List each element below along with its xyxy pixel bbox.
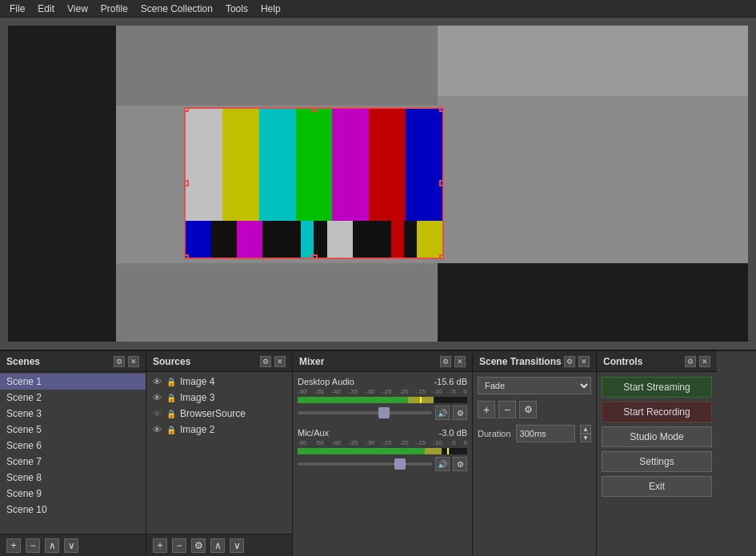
source-settings-button[interactable]: ⚙ — [191, 538, 206, 553]
transitions-panel-icons: ⚙ ✕ — [564, 356, 590, 367]
sources-panel-icons: ⚙ ✕ — [260, 356, 286, 367]
color-bars-source[interactable] — [184, 107, 444, 259]
source-lock-icon: 🔒 — [166, 408, 177, 419]
source-visibility-icon[interactable]: 👁 — [151, 376, 162, 387]
transitions-panel-title: Scene Transitions — [479, 356, 562, 367]
source-item-3[interactable]: 👁🔒BrowserSource — [146, 406, 292, 422]
source-add-button[interactable]: + — [153, 538, 167, 553]
controls-config-icon[interactable]: ⚙ — [685, 356, 696, 367]
duration-row: Duration ▲ ▼ — [478, 425, 591, 442]
mixer-channel-mic: Mic/Aux -3.0 dB -60 -50 -40 -35 -30 -25 … — [298, 428, 467, 471]
menu-help[interactable]: Help — [254, 2, 287, 16]
sources-footer: + − ⚙ ∧ ∨ — [146, 534, 292, 556]
source-label: BrowserSource — [180, 408, 246, 419]
handle-top-left[interactable] — [184, 107, 189, 112]
mixer-mic-fader-handle[interactable] — [394, 458, 406, 470]
scene-item-7[interactable]: Scene 8 — [0, 470, 146, 486]
source-visibility-icon[interactable]: 👁 — [151, 408, 162, 419]
scenes-config-icon[interactable]: ⚙ — [114, 356, 125, 367]
source-up-button[interactable]: ∧ — [210, 538, 225, 553]
mixer-mic-mute-button[interactable]: 🔊 — [435, 457, 450, 471]
mixer-config-icon[interactable]: ⚙ — [440, 356, 451, 367]
start-streaming-button[interactable]: Start Streaming — [602, 377, 712, 398]
duration-label: Duration — [478, 429, 511, 438]
scene-item-5[interactable]: Scene 6 — [0, 438, 146, 454]
mixer-mic-fader[interactable] — [298, 462, 432, 466]
mixer-desktop-vu — [298, 397, 467, 403]
transition-settings-button[interactable]: ⚙ — [519, 401, 537, 418]
handle-top-right[interactable] — [439, 107, 444, 112]
scenes-footer: + − ∧ ∨ — [0, 534, 146, 556]
handle-mid-left[interactable] — [184, 180, 189, 186]
duration-down-button[interactable]: ▼ — [580, 434, 591, 442]
source-visibility-icon[interactable]: 👁 — [151, 424, 162, 435]
menu-profile[interactable]: Profile — [94, 2, 134, 16]
mixer-mic-fader-row: 🔊 ⚙ — [298, 457, 467, 471]
handle-top-mid[interactable] — [311, 107, 318, 112]
source-item-2[interactable]: 👁🔒Image 3 — [146, 390, 292, 406]
mixer-mic-settings-button[interactable]: ⚙ — [453, 457, 467, 471]
source-down-button[interactable]: ∨ — [230, 538, 244, 553]
controls-close-icon[interactable]: ✕ — [699, 356, 710, 367]
mixer-desktop-vu-scale — [298, 397, 467, 403]
mixer-desktop-settings-button[interactable]: ⚙ — [453, 406, 467, 420]
scene-item-1[interactable]: Scene 1 — [0, 374, 146, 390]
transition-remove-button[interactable]: − — [498, 401, 516, 418]
menu-view[interactable]: View — [61, 2, 94, 16]
scene-item-2[interactable]: Scene 2 — [0, 390, 146, 406]
mixer-desktop-ticks: -60 -50 -40 -35 -30 -25 -20 -15 -10 -5 0 — [298, 388, 467, 395]
duration-up-button[interactable]: ▲ — [580, 425, 591, 434]
transition-add-button[interactable]: + — [478, 401, 495, 418]
source-item-1[interactable]: 👁🔒Image 4 — [146, 374, 292, 390]
mixer-desktop-vu-indicator — [420, 397, 422, 403]
mixer-close-icon[interactable]: ✕ — [454, 356, 466, 367]
scenes-close-icon[interactable]: ✕ — [128, 356, 139, 367]
scene-add-button[interactable]: + — [6, 538, 21, 553]
studio-mode-button[interactable]: Studio Mode — [602, 426, 712, 447]
scenes-panel-title: Scenes — [6, 356, 40, 367]
sources-panel: Sources ⚙ ✕ 👁🔒Image 4👁🔒Image 3👁🔒BrowserS… — [146, 351, 293, 556]
source-item-4[interactable]: 👁🔒Image 2 — [146, 422, 292, 438]
transition-type-select[interactable]: Fade Cut Swipe Slide — [478, 377, 591, 394]
scene-item-8[interactable]: Scene 9 — [0, 486, 146, 502]
mixer-desktop-fader[interactable] — [298, 411, 432, 414]
source-visibility-icon[interactable]: 👁 — [151, 392, 162, 403]
source-label: Image 3 — [180, 392, 214, 403]
scene-item-9[interactable]: Scene 10 — [0, 502, 146, 518]
scene-down-button[interactable]: ∨ — [64, 538, 78, 553]
bottom-panels: Scenes ⚙ ✕ Scene 1Scene 2Scene 3Scene 5S… — [0, 350, 756, 556]
preview-area — [0, 18, 756, 350]
transitions-config-icon[interactable]: ⚙ — [564, 356, 575, 367]
scene-item-3[interactable]: Scene 3 — [0, 406, 146, 422]
scene-up-button[interactable]: ∧ — [45, 538, 59, 553]
settings-button[interactable]: Settings — [602, 451, 712, 472]
scene-item-6[interactable]: Scene 7 — [0, 454, 146, 470]
scenes-panel-header: Scenes ⚙ ✕ — [0, 351, 146, 372]
handle-mid-right[interactable] — [439, 180, 444, 186]
mixer-desktop-fader-row: 🔊 ⚙ — [298, 406, 467, 420]
start-recording-button[interactable]: Start Recording — [602, 402, 712, 422]
menu-edit[interactable]: Edit — [31, 2, 61, 16]
scene-remove-button[interactable]: − — [26, 538, 40, 553]
source-label: Image 2 — [180, 424, 214, 435]
mixer-mic-vu — [298, 448, 467, 454]
transitions-close-icon[interactable]: ✕ — [578, 356, 590, 367]
menu-tools[interactable]: Tools — [219, 2, 254, 16]
source-remove-button[interactable]: − — [172, 538, 186, 553]
menu-scene-collection[interactable]: Scene Collection — [134, 2, 219, 16]
sources-config-icon[interactable]: ⚙ — [260, 356, 271, 367]
mixer-mic-label: Mic/Aux — [298, 428, 329, 438]
duration-input[interactable] — [516, 425, 575, 442]
exit-button[interactable]: Exit — [602, 476, 712, 497]
sources-close-icon[interactable]: ✕ — [274, 356, 286, 367]
mixer-channel-desktop-header: Desktop Audio -15.6 dB — [298, 377, 467, 386]
menu-file[interactable]: File — [3, 2, 31, 16]
mixer-desktop-fader-handle[interactable] — [378, 407, 390, 418]
mixer-desktop-mute-button[interactable]: 🔊 — [435, 406, 450, 420]
mixer-mic-vu-scale — [298, 448, 467, 454]
duration-spinners: ▲ ▼ — [580, 425, 591, 442]
transitions-controls-row: + − ⚙ — [478, 401, 591, 418]
source-list: 👁🔒Image 4👁🔒Image 3👁🔒BrowserSource👁🔒Image… — [146, 372, 292, 534]
scene-item-4[interactable]: Scene 5 — [0, 422, 146, 438]
mixer-desktop-label: Desktop Audio — [298, 377, 354, 386]
